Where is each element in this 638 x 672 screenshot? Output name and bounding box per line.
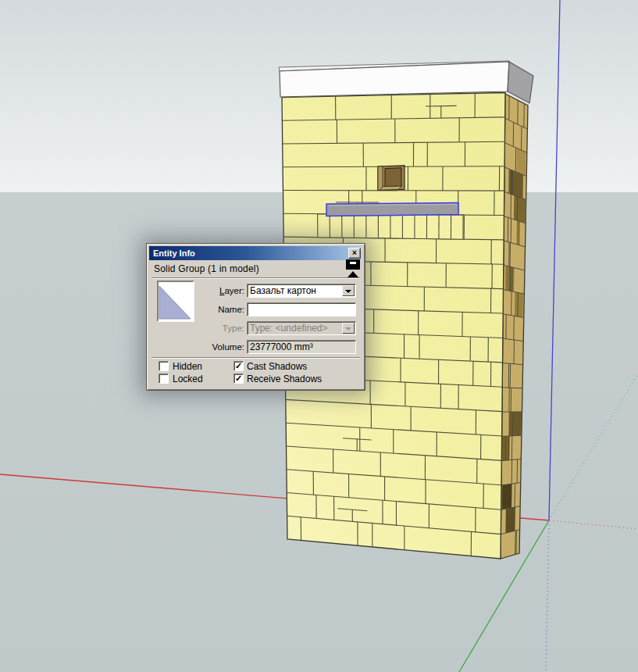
dropdown-arrow-button[interactable]: [342, 285, 355, 296]
collapse-button[interactable]: [346, 259, 360, 270]
minus-icon: [350, 262, 356, 264]
selected-slab[interactable]: [326, 203, 458, 216]
receive-shadows-checkbox[interactable]: ✓: [233, 374, 244, 384]
name-label: Name:: [147, 302, 244, 316]
type-dropdown-disabled: Type: <undefined>: [247, 321, 356, 335]
wall-niche[interactable]: [378, 166, 405, 191]
name-field-frame: [247, 302, 356, 316]
chevron-down-icon: [345, 290, 351, 293]
dropdown-arrow-button-disabled: [342, 323, 355, 334]
layer-label: Layer:: [147, 284, 244, 298]
entity-type-header: Solid Group (1 in model): [154, 263, 259, 274]
type-value: Type: <undefined>: [250, 323, 327, 334]
close-icon[interactable]: ×: [348, 248, 361, 259]
chevron-down-icon: [345, 327, 351, 331]
receive-shadows-label: Receive Shadows: [247, 374, 322, 384]
locked-label: Locked: [173, 374, 203, 384]
dialog-titlebar[interactable]: Entity Info: [149, 246, 361, 260]
hidden-label: Hidden: [173, 361, 202, 372]
type-label: Type:: [147, 321, 244, 335]
cast-shadows-label: Cast Shadows: [247, 361, 307, 372]
layer-dropdown[interactable]: Базальт картон: [247, 284, 356, 298]
chevron-up-icon[interactable]: [348, 271, 358, 277]
dialog-title: Entity Info: [153, 248, 195, 258]
name-input[interactable]: [248, 304, 353, 315]
layer-value: Базальт картон: [250, 285, 316, 296]
separator: [151, 277, 360, 279]
volume-label: Volume:: [147, 340, 244, 354]
separator: [151, 357, 360, 359]
cast-shadows-checkbox[interactable]: ✓: [233, 361, 244, 371]
volume-value: 23777000 mm³: [247, 340, 356, 354]
locked-checkbox[interactable]: [159, 374, 169, 384]
hidden-checkbox[interactable]: [159, 361, 169, 371]
entity-info-dialog: Entity Info × Solid Group (1 in model) L…: [146, 243, 365, 391]
